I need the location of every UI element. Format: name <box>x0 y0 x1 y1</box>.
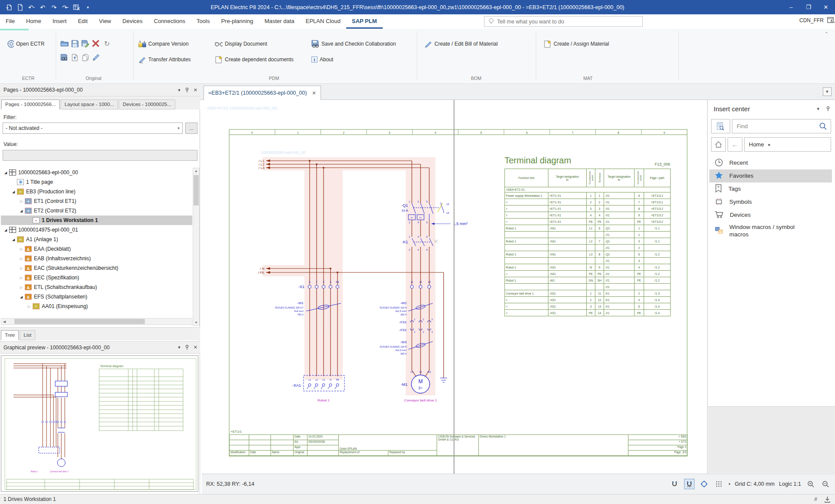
insert-item-symbols[interactable]: Symbols <box>709 196 832 209</box>
qat-more-icon[interactable]: ▾ <box>84 3 92 12</box>
delete-placement-icon[interactable] <box>72 3 81 12</box>
open-folder-icon[interactable] <box>60 39 69 48</box>
menu-connections[interactable]: Connections <box>148 14 191 29</box>
menu-eplan-cloud[interactable]: EPLAN Cloud <box>300 14 346 29</box>
scroll-up-icon[interactable]: ▲ <box>193 169 199 173</box>
refresh-icon[interactable]: ↻ <box>103 39 111 48</box>
tree-item-1-title-page[interactable]: ✳1 Title page <box>1 177 192 187</box>
menu-master-data[interactable]: Master data <box>259 14 300 29</box>
insert-item-devices[interactable]: Devices <box>709 209 832 222</box>
panel-dropdown-icon[interactable]: ▾ <box>178 345 180 350</box>
ribbon-collapse-icon[interactable]: ⌃ <box>825 31 828 36</box>
grid-icon[interactable] <box>714 479 724 489</box>
scroll-down-icon[interactable]: ▼ <box>193 321 199 325</box>
upload-document-icon[interactable] <box>70 53 79 62</box>
object-snap-icon[interactable] <box>699 479 709 489</box>
insert-item-window[interactable]: Window macros / symbol macros <box>709 222 832 241</box>
snap-off-icon[interactable] <box>669 479 680 489</box>
menu-tools[interactable]: Tools <box>191 14 215 29</box>
document-tab[interactable]: =EB3+ET2/1 (10000025663-epl-000_00) ✕ <box>204 86 321 100</box>
user-area[interactable]: CDN_FFR <box>799 17 835 24</box>
tree-item-eac-strukturkennzeichen-bersicht-[interactable]: ▷&EAC (Strukturkennzeichenübersicht) <box>1 263 192 273</box>
search-icon[interactable] <box>819 122 827 130</box>
panel-dropdown-icon[interactable]: ▾ <box>178 87 180 93</box>
tree-expander-icon[interactable]: ◢ <box>18 295 24 299</box>
panel-close-icon[interactable]: ✕ <box>194 345 197 350</box>
open-ectr-button[interactable]: Open ECTR <box>4 38 46 50</box>
find-input[interactable]: Find <box>732 119 831 133</box>
tree-expander-icon[interactable]: ▷ <box>18 199 24 203</box>
save-icon[interactable] <box>70 39 79 48</box>
home-button[interactable] <box>711 137 726 152</box>
tree-item-eec-spezifikation-[interactable]: ▷&EEC (Spezifikation) <box>1 273 192 282</box>
download-messages-icon[interactable] <box>824 496 831 503</box>
tab-tree[interactable]: Tree <box>1 330 19 340</box>
filter-more-button[interactable]: ... <box>185 123 197 134</box>
tree-expander-icon[interactable]: ◢ <box>10 238 17 242</box>
transfer-attributes-button[interactable]: Transfer Attributes <box>137 54 193 65</box>
breadcrumb[interactable]: Home ▸ <box>744 137 831 152</box>
tree-item-eaa-deckblatt-[interactable]: ▷&EAA (Deckblatt) <box>1 244 192 254</box>
tree-expander-icon[interactable]: ▷ <box>18 266 24 270</box>
tree-item-eb3-production-line-[interactable]: ◢=EB3 (Production line) <box>1 187 192 196</box>
tree-item-efs-schaltplanseiten-[interactable]: ◢&EFS (Schaltplanseiten) <box>1 292 192 302</box>
insert-item-favorites[interactable]: Favorites <box>709 169 832 182</box>
tellme-search[interactable]: Tell me what you want to do <box>484 16 643 27</box>
compare-version-button[interactable]: Compare Version <box>137 38 190 50</box>
minimize-button[interactable]: – <box>783 0 799 14</box>
create-assign-material-button[interactable]: Create / Assign Material <box>542 38 611 50</box>
about-button[interactable]: i About <box>310 54 335 65</box>
tab-pages[interactable]: Pages - 1000002566... <box>1 99 60 109</box>
tree-item-etl-schaltschrankaufbau-[interactable]: ▷&ETL (Schaltschrankaufbau) <box>1 282 192 292</box>
tree-expander-icon[interactable]: ▷ <box>18 247 24 251</box>
pin-icon[interactable] <box>184 345 190 350</box>
scroll-left-icon[interactable]: ◀ <box>1 320 7 324</box>
find-options-button[interactable] <box>711 119 730 133</box>
close-button[interactable]: ✕ <box>818 0 834 14</box>
panel-dropdown-icon[interactable]: ▾ <box>817 106 819 112</box>
menu-view[interactable]: View <box>94 14 117 29</box>
zoom-full-icon[interactable] <box>820 479 831 489</box>
tree-item-1-drives-workstation-1[interactable]: ▪1 Drives Workstation 1 <box>1 216 192 225</box>
tree-item-10000025663-epl-000-00[interactable]: ◢10000025663-epl-000_00 <box>1 168 192 177</box>
panel-close-icon[interactable]: ✕ <box>194 87 197 93</box>
copy-document-icon[interactable] <box>81 53 90 62</box>
menu-pre-planning[interactable]: Pre-planning <box>215 14 259 29</box>
menu-devices[interactable]: Devices <box>117 14 148 29</box>
open-page-icon[interactable] <box>16 3 24 12</box>
filter-select[interactable]: - Not activated - ▾ <box>3 123 183 134</box>
tree-horizontal-scrollbar[interactable]: ◀ <box>1 318 192 325</box>
back-button[interactable]: ← <box>728 137 742 152</box>
tree-expander-icon[interactable]: ◢ <box>10 190 17 194</box>
tree-item-10000014975-epl-000-01[interactable]: ◢10000014975-epl-000_01 <box>1 225 192 235</box>
redo-icon[interactable]: ↷ <box>50 3 58 12</box>
tree-expander-icon[interactable]: ◢ <box>18 209 24 213</box>
tree-item-et2-control-et2-[interactable]: ◢+ET2 (Control ET2) <box>1 206 192 216</box>
save-as-icon[interactable] <box>81 39 90 48</box>
tree-expander-icon[interactable]: ▷ <box>18 276 24 280</box>
create-edit-bom-button[interactable]: Create / Edit Bill of Material <box>423 38 499 50</box>
tree-item-eab-inhaltsverzeichnis-[interactable]: ▷&EAB (Inhaltsverzeichnis) <box>1 254 192 263</box>
tree-item-aa01-einspeisung-[interactable]: ▷≡AA01 (Einspeisung) <box>1 302 192 311</box>
tree-expander-icon[interactable]: ▷ <box>26 305 32 308</box>
pin-icon[interactable] <box>184 87 190 93</box>
user-profile-icon[interactable] <box>827 17 835 24</box>
menu-insert[interactable]: Insert <box>47 14 73 29</box>
graphical-preview[interactable]: Terminal diagram Robot 1 Conveyor belt d… <box>1 355 198 492</box>
save-search-icon[interactable] <box>60 53 69 62</box>
tree-item-et1-control-et1-[interactable]: ▷+ET1 (Control ET1) <box>1 196 192 206</box>
create-dependent-documents-button[interactable]: Create dependent documents <box>213 54 295 65</box>
tree-expander-icon[interactable]: ▷ <box>18 285 24 289</box>
delete-icon[interactable] <box>91 39 100 48</box>
tree-item-a1-anlage-1-[interactable]: ◢=A1 (Anlage 1) <box>1 235 192 244</box>
zoom-area-icon[interactable] <box>805 479 816 489</box>
tree-vertical-scrollbar[interactable]: ▲ ▼ <box>193 168 200 326</box>
menu-sap-plm[interactable]: SAP PLM <box>346 14 383 29</box>
menu-edit[interactable]: Edit <box>72 14 93 29</box>
pin-icon[interactable] <box>825 106 831 112</box>
tree-expander-icon[interactable]: ◢ <box>3 171 9 175</box>
edit-pencil-icon[interactable] <box>91 53 100 62</box>
maximize-button[interactable]: ❐ <box>800 0 817 14</box>
undo-dot-icon[interactable]: ↶• <box>27 3 36 12</box>
tab-list[interactable]: List <box>20 330 35 340</box>
